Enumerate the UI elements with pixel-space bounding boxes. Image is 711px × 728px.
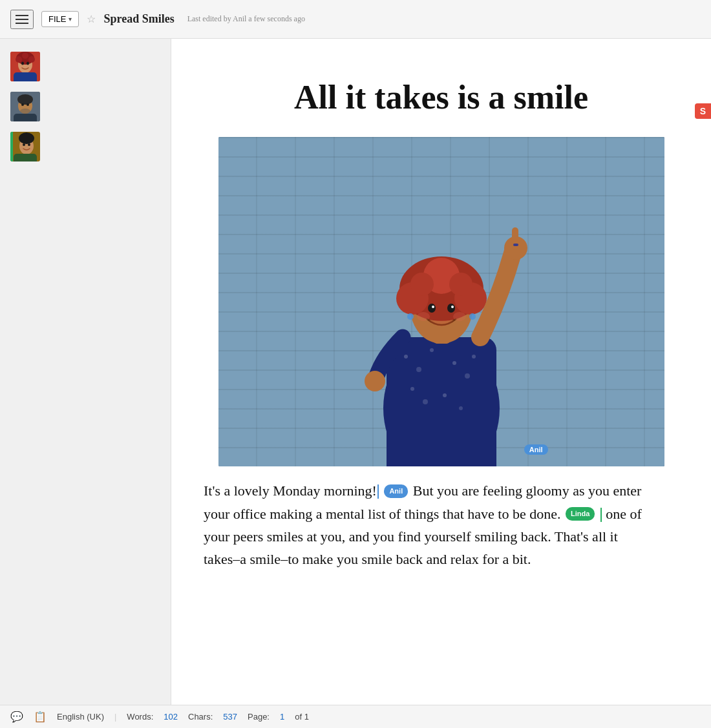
page-of: of 1 (295, 712, 309, 722)
document-body[interactable]: It's a lovely Monday morning! Anil But y… (204, 479, 656, 570)
svg-rect-23 (387, 337, 496, 466)
svg-point-41 (449, 273, 472, 296)
words-count: 102 (164, 712, 178, 722)
svg-point-12 (20, 109, 30, 114)
svg-rect-49 (512, 227, 518, 250)
svg-point-40 (410, 273, 434, 296)
collaborator-avatar-3[interactable] (10, 132, 40, 161)
svg-point-43 (447, 304, 455, 313)
svg-point-45 (451, 306, 454, 308)
anil-cursor-label: Anil (524, 443, 548, 455)
svg-point-20 (28, 143, 30, 146)
collaborator-avatar-2[interactable] (10, 92, 40, 121)
chars-label: Chars: (188, 712, 213, 722)
svg-point-14 (27, 103, 29, 106)
svg-rect-15 (14, 114, 37, 121)
svg-point-51 (407, 313, 414, 320)
document-canvas[interactable]: S All it takes is a smile (171, 39, 711, 705)
star-button[interactable]: ☆ (87, 13, 96, 25)
svg-point-29 (410, 387, 414, 391)
svg-point-7 (27, 62, 29, 65)
menu-button[interactable] (10, 10, 34, 29)
svg-point-52 (469, 313, 476, 320)
toolbar: FILE ▾ ☆ Spread Smiles Last edited by An… (0, 0, 711, 39)
svg-point-24 (404, 355, 408, 359)
svg-point-33 (472, 355, 476, 359)
page-current: 1 (280, 712, 284, 722)
presence-indicator-3 (10, 132, 13, 161)
status-bar: 💬 📋 English (UK) | Words: 102 Chars: 537… (0, 705, 711, 728)
svg-point-26 (430, 348, 434, 352)
avatar-face-1 (10, 52, 40, 81)
heading-text: All it takes is a smile (294, 79, 588, 116)
page-label: Page: (248, 712, 270, 722)
svg-rect-53 (513, 244, 518, 246)
s-badge: S (695, 103, 711, 119)
linda-text-cursor (600, 508, 602, 522)
svg-point-3 (16, 56, 22, 63)
file-menu-button[interactable]: FILE ▾ (41, 11, 79, 27)
svg-point-4 (28, 56, 35, 63)
svg-point-6 (21, 62, 24, 65)
svg-point-27 (452, 361, 456, 365)
svg-point-13 (21, 103, 24, 106)
document-title: Spread Smiles (103, 12, 174, 26)
svg-point-30 (423, 399, 428, 404)
track-changes-icon[interactable]: 📋 (34, 711, 47, 723)
linda-inline-label: Linda (566, 507, 595, 521)
avatar-face-2 (10, 92, 40, 121)
svg-point-19 (23, 143, 25, 146)
svg-point-50 (365, 371, 385, 391)
svg-point-28 (465, 373, 470, 379)
collaborator-avatar-1[interactable] (10, 52, 40, 81)
svg-point-32 (459, 406, 463, 410)
words-label: Words: (127, 712, 153, 722)
chat-icon[interactable]: 💬 (10, 711, 23, 723)
document-image: Anil (218, 137, 664, 466)
body-paragraph: It's a lovely Monday morning! Anil But y… (204, 479, 656, 570)
svg-point-47 (453, 312, 466, 321)
last-edited-text: Last edited by Anil a few seconds ago (187, 14, 305, 24)
svg-point-11 (17, 94, 33, 105)
svg-point-46 (417, 312, 430, 321)
document-image-container: Anil (218, 137, 664, 466)
main-area: S All it takes is a smile (0, 39, 711, 705)
anil-text-cursor (377, 484, 379, 499)
svg-point-5 (22, 52, 28, 59)
svg-point-18 (19, 132, 34, 144)
woman-illustration (312, 137, 571, 466)
language-selector[interactable]: English (UK) (57, 712, 104, 722)
svg-point-42 (428, 304, 436, 313)
svg-point-44 (432, 306, 434, 308)
sidebar (0, 39, 171, 705)
file-label: FILE (48, 14, 66, 24)
anil-inline-label: Anil (384, 484, 408, 499)
document-heading: All it takes is a smile (204, 78, 679, 118)
svg-point-25 (416, 367, 421, 372)
chevron-down-icon: ▾ (69, 16, 72, 23)
avatar-face-3 (10, 132, 40, 161)
svg-rect-8 (14, 72, 37, 81)
chars-count: 537 (223, 712, 237, 722)
svg-point-31 (443, 393, 447, 397)
separator-1: | (114, 712, 116, 722)
svg-rect-21 (14, 154, 37, 161)
